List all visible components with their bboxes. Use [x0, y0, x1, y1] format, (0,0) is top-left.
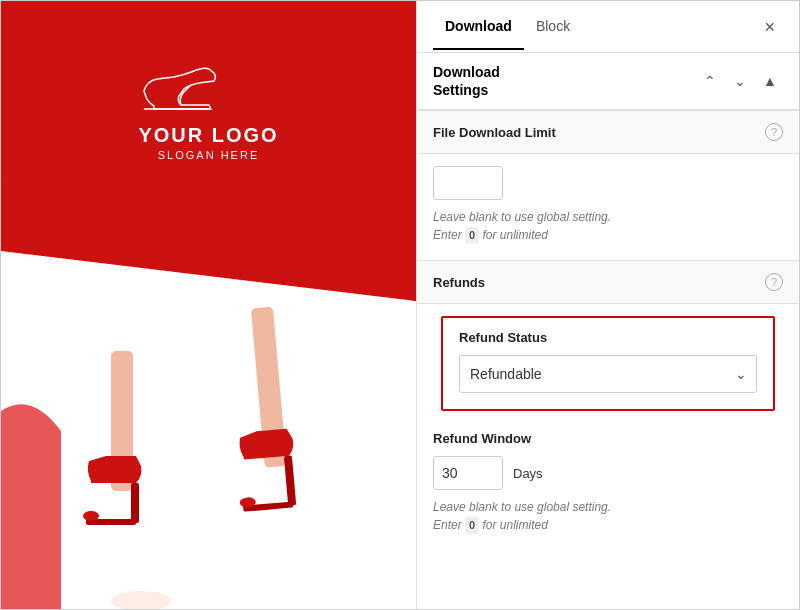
hint-badge-window: 0 [465, 517, 479, 534]
svg-point-8 [83, 511, 99, 521]
refunds-title: Refunds [433, 275, 765, 290]
file-download-limit-title: File Download Limit [433, 125, 765, 140]
slogan-text: SLOGAN HERE [138, 149, 278, 161]
svg-rect-10 [284, 455, 296, 506]
tab-block[interactable]: Block [524, 4, 582, 50]
close-button[interactable]: × [756, 14, 783, 40]
file-download-limit-help-icon[interactable]: ? [765, 123, 783, 141]
collapse-up-button[interactable]: ⌃ [697, 68, 723, 94]
tabs-bar: Download Block × [417, 1, 799, 53]
right-settings-panel: Download Block × DownloadSettings ⌃ ⌄ ▲ … [416, 1, 799, 610]
refund-window-input-row: Days [433, 456, 783, 490]
header-controls: ⌃ ⌄ ▲ [697, 68, 783, 94]
move-up-button[interactable]: ▲ [757, 68, 783, 94]
days-label: Days [513, 466, 543, 481]
refund-status-section: Refund Status Refundable Non-Refundable … [441, 316, 775, 411]
left-preview-panel: YOUR LOGO SLOGAN HERE [1, 1, 416, 610]
collapse-down-button[interactable]: ⌄ [727, 68, 753, 94]
settings-header: DownloadSettings ⌃ ⌄ ▲ [417, 53, 799, 110]
refund-window-area: Refund Window Days Leave blank to use gl… [417, 423, 799, 550]
hint-badge-unlimited: 0 [465, 227, 479, 244]
content-area: File Download Limit ? Leave blank to use… [417, 110, 799, 610]
file-download-limit-hint: Leave blank to use global setting. Enter… [433, 208, 783, 244]
logo-text: YOUR LOGO [138, 124, 278, 147]
tab-download[interactable]: Download [433, 4, 524, 50]
refund-window-hint: Leave blank to use global setting. Enter… [433, 498, 783, 534]
file-download-limit-input-area: Leave blank to use global setting. Enter… [417, 154, 799, 260]
shoe-illustration [1, 211, 416, 610]
file-download-limit-section-header: File Download Limit ? [417, 110, 799, 154]
refund-status-select-wrapper: Refundable Non-Refundable ⌄ [459, 355, 757, 393]
file-download-limit-input[interactable] [433, 166, 503, 200]
shoe-outline-icon [138, 61, 228, 116]
refund-window-input[interactable] [433, 456, 503, 490]
refund-status-wrapper: Refund Status Refundable Non-Refundable … [417, 304, 799, 423]
svg-point-4 [111, 591, 171, 610]
logo-area: YOUR LOGO SLOGAN HERE [138, 61, 278, 161]
refund-status-select[interactable]: Refundable Non-Refundable [459, 355, 757, 393]
refunds-help-icon[interactable]: ? [765, 273, 783, 291]
refund-window-label: Refund Window [433, 431, 783, 446]
refund-status-label: Refund Status [459, 330, 757, 345]
refunds-section-header: Refunds ? [417, 260, 799, 304]
settings-title: DownloadSettings [433, 63, 697, 99]
svg-rect-6 [131, 483, 139, 523]
